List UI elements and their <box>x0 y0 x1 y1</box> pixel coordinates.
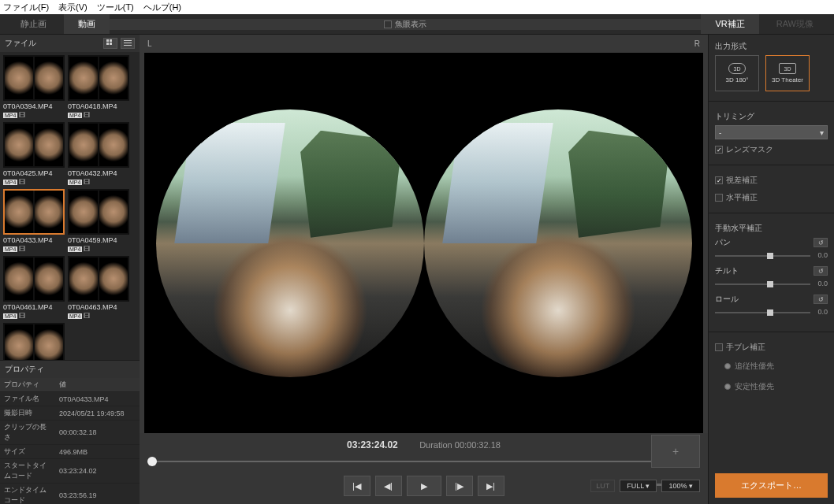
menu-help[interactable]: ヘルプ(H) <box>143 2 181 13</box>
lens-mask-checkbox[interactable]: レンズマスク <box>715 144 773 155</box>
properties-header: プロパティ <box>0 361 140 378</box>
thumb-badge: MP4 <box>3 113 17 118</box>
right-eye-view <box>424 109 692 377</box>
pan-reset-button[interactable]: ↺ <box>814 238 828 247</box>
parallax-checkbox[interactable]: 視差補正 <box>715 175 828 186</box>
thumb-badge: MP4 <box>68 113 82 118</box>
preview-mode-select[interactable]: FULL ▾ <box>620 480 657 492</box>
prop-col-key: プロパティ <box>0 378 55 392</box>
svg-rect-5 <box>124 43 132 43</box>
clip-icon: 🎞 <box>19 112 25 119</box>
svg-rect-4 <box>124 40 132 41</box>
thumb-badge: MP4 <box>68 180 82 185</box>
svg-rect-2 <box>106 43 109 45</box>
output-3d180-button[interactable]: 3D 3D 180° <box>715 55 759 91</box>
file-panel-title: ファイル <box>5 38 36 49</box>
tracking-priority-radio[interactable]: 追従性優先 <box>724 361 828 372</box>
thumb-badge: MP4 <box>3 180 17 185</box>
trimming-select[interactable]: -▾ <box>715 125 828 139</box>
center-panel: L R 03:23:24.02 Duration 00:00:32.18 🔊 <box>140 35 708 504</box>
thumb-filename: 0T0A0394.MP4 <box>3 102 65 110</box>
property-row: クリップの長さ00:00:32.18 <box>0 421 140 445</box>
thumbnail-item[interactable]: 0T0A0425.MP4MP4🎞 <box>3 122 65 186</box>
menu-tool[interactable]: ツール(T) <box>97 2 134 13</box>
play-button[interactable]: ▶ <box>407 476 441 496</box>
prop-key: 撮影日時 <box>0 406 55 421</box>
stabilize-checkbox[interactable]: 手ブレ補正 <box>715 342 828 353</box>
tilt-reset-button[interactable]: ↺ <box>814 266 828 276</box>
svg-rect-0 <box>106 39 109 42</box>
pan-value: 0.0 <box>817 251 828 259</box>
properties-panel: プロパティ プロパティ 値 ファイル名0T0A0433.MP4撮影日時2024/… <box>0 360 140 504</box>
export-button[interactable]: エクスポート… <box>715 473 828 498</box>
manual-horiz-label: 手動水平補正 <box>715 223 828 234</box>
thumbnail-item[interactable]: 0T0A0432.MP4MP4🎞 <box>68 122 129 186</box>
add-marker-button[interactable]: + <box>651 435 700 468</box>
tab-vr[interactable]: VR補正 <box>701 14 758 34</box>
prop-val: 2024/05/21 19:49:58 <box>55 406 140 421</box>
roll-value: 0.0 <box>817 308 828 316</box>
menu-file[interactable]: ファイル(F) <box>3 2 49 13</box>
menu-view[interactable]: 表示(V) <box>58 2 87 13</box>
grid-view-icon[interactable] <box>103 38 117 49</box>
lut-toggle[interactable]: LUT <box>590 480 615 492</box>
thumbnail-item[interactable]: 0T0A0463.MP4MP4🎞 <box>68 256 129 320</box>
thumbnail-item[interactable]: 0T0A0418.MP4MP4🎞 <box>68 55 129 119</box>
tilt-label: チルト <box>715 265 739 276</box>
3d-theater-icon: 3D <box>779 63 796 74</box>
prop-val: 03:23:56.19 <box>55 484 140 505</box>
left-eye-label: L <box>147 39 152 48</box>
tab-still[interactable]: 静止画 <box>6 14 61 34</box>
property-row: エンドタイムコード03:23:56.19 <box>0 484 140 505</box>
prop-val: 00:00:32.18 <box>55 421 140 445</box>
pan-label: パン <box>715 237 731 248</box>
fisheye-label: 魚眼表示 <box>395 19 426 30</box>
thumbnail-item[interactable]: 0T0A0433.MP4MP4🎞 <box>3 189 65 253</box>
thumb-filename: 0T0A0433.MP4 <box>3 236 65 244</box>
stability-priority-label: 安定性優先 <box>735 381 774 392</box>
clip-icon: 🎞 <box>19 313 25 320</box>
properties-table: プロパティ 値 ファイル名0T0A0433.MP4撮影日時2024/05/21 … <box>0 378 140 504</box>
tab-movie[interactable]: 動画 <box>64 14 110 34</box>
left-sidebar: ファイル 0T0A0394.MP4MP4🎞0T0A0418.MP4MP4🎞0T0… <box>0 35 140 504</box>
prop-key: ファイル名 <box>0 392 55 406</box>
fisheye-checkbox[interactable]: 魚眼表示 <box>384 19 426 30</box>
property-row: サイズ496.9MB <box>0 445 140 459</box>
thumbnail-item[interactable]: 0T0A0394.MP4MP4🎞 <box>3 55 65 119</box>
stability-priority-radio[interactable]: 安定性優先 <box>724 381 828 392</box>
prop-key: サイズ <box>0 445 55 459</box>
seek-bar[interactable]: 🔊 <box>147 455 700 468</box>
skip-end-button[interactable]: ▶| <box>478 476 504 496</box>
horizontal-checkbox[interactable]: 水平補正 <box>715 192 828 203</box>
clip-icon: 🎞 <box>84 179 90 186</box>
svg-rect-1 <box>110 39 112 42</box>
tilt-slider[interactable]: 0.0 <box>715 280 828 289</box>
tilt-value: 0.0 <box>817 280 828 287</box>
frame-fwd-button[interactable]: |▶ <box>446 476 473 496</box>
pan-slider[interactable]: 0.0 <box>715 251 828 261</box>
thumb-filename: 0T0A0425.MP4 <box>3 169 65 177</box>
duration-label: Duration <box>419 440 452 450</box>
parallax-label: 視差補正 <box>726 175 758 186</box>
property-row: ファイル名0T0A0433.MP4 <box>0 392 140 406</box>
frame-back-button[interactable]: ◀| <box>375 476 402 496</box>
list-view-icon[interactable] <box>121 38 135 49</box>
clip-icon: 🎞 <box>19 246 25 253</box>
thumbnail-item[interactable]: 0T0A0464.MP4MP4🎞 <box>3 323 65 360</box>
roll-slider[interactable]: 0.0 <box>715 308 828 317</box>
duration-value: 00:00:32.18 <box>455 440 501 450</box>
roll-reset-button[interactable]: ↺ <box>814 295 828 304</box>
transport-bar: 03:23:24.02 Duration 00:00:32.18 🔊 |◀ ◀|… <box>140 433 708 504</box>
skip-start-button[interactable]: |◀ <box>344 476 370 496</box>
clip-icon: 🎞 <box>84 313 90 320</box>
file-panel-header: ファイル <box>0 35 140 52</box>
prop-key: スタートタイムコード <box>0 459 55 484</box>
prop-key: クリップの長さ <box>0 421 55 445</box>
thumb-filename: 0T0A0459.MP4 <box>68 236 129 244</box>
output-3d180-label: 3D 180° <box>726 76 749 83</box>
thumbnail-item[interactable]: 0T0A0461.MP4MP4🎞 <box>3 256 65 320</box>
zoom-select[interactable]: 100% ▾ <box>661 480 700 492</box>
left-eye-view <box>156 109 424 377</box>
thumbnail-item[interactable]: 0T0A0459.MP4MP4🎞 <box>68 189 129 253</box>
output-3dtheater-button[interactable]: 3D 3D Theater <box>765 55 810 91</box>
